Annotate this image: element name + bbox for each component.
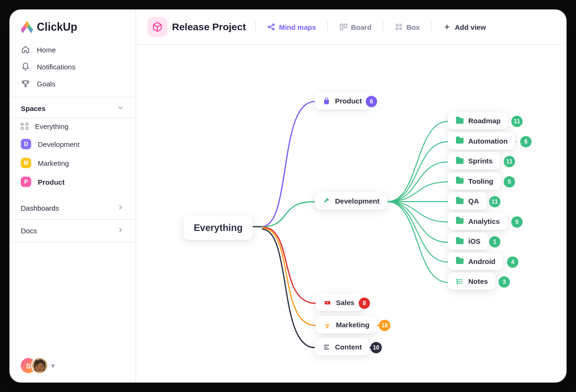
node-dev-sprints[interactable]: Sprints xyxy=(448,152,500,170)
node-dev-qa-count: 11 xyxy=(489,196,500,207)
node-marketing-label: Marketing xyxy=(336,321,370,329)
svg-point-14 xyxy=(457,283,458,284)
view-tab-box-label: Box xyxy=(406,23,420,31)
divider xyxy=(383,21,383,33)
space-product[interactable]: P Product xyxy=(9,172,136,191)
docs-section[interactable]: Docs xyxy=(9,220,136,242)
view-tab-mindmaps[interactable]: Mind maps xyxy=(262,20,320,34)
user-avatars[interactable]: S ▾ xyxy=(20,357,55,374)
node-content[interactable]: Content xyxy=(315,338,370,356)
folder-icon xyxy=(456,138,464,144)
node-dev-automation-count: 6 xyxy=(520,136,532,147)
nav-home-label: Home xyxy=(37,46,56,54)
node-dev-child-label: Automation xyxy=(468,137,507,145)
node-dev-automation[interactable]: Automation xyxy=(448,132,515,150)
node-marketing[interactable]: Marketing xyxy=(316,316,377,333)
node-dev-child-label: Android xyxy=(468,257,496,265)
everything-icon xyxy=(21,123,28,130)
folder-icon xyxy=(456,198,464,204)
svg-point-13 xyxy=(457,281,458,282)
space-marketing[interactable]: M Marketing xyxy=(9,153,136,172)
node-root-label: Everything xyxy=(194,222,242,233)
mindmap-canvas[interactable]: Everything Product 6 Development xyxy=(136,45,567,383)
svg-rect-6 xyxy=(399,24,402,26)
folder-icon xyxy=(456,239,464,244)
node-dev-analytics[interactable]: Analytics xyxy=(448,213,507,230)
list-icon xyxy=(456,278,464,285)
view-tab-box[interactable]: Box xyxy=(390,20,424,34)
spaces-header[interactable]: Spaces xyxy=(9,97,136,118)
dashboards-label: Dashboards xyxy=(21,204,59,212)
node-dev-ios[interactable]: iOS xyxy=(448,232,488,250)
node-dev-child-label: Sprints xyxy=(468,157,493,165)
space-development-label: Development xyxy=(38,140,79,148)
brand-logo[interactable]: ClickUp xyxy=(9,9,136,41)
node-dev-child-label: Notes xyxy=(468,277,488,285)
trophy-icon xyxy=(21,79,30,88)
home-icon xyxy=(21,45,30,54)
node-dev-android[interactable]: Android xyxy=(448,253,503,270)
nav-goals-label: Goals xyxy=(37,80,55,88)
node-dev-ios-count: 1 xyxy=(489,236,500,247)
svg-rect-7 xyxy=(395,27,398,30)
caret-down-icon[interactable]: ▾ xyxy=(51,361,55,370)
node-dev-tooling[interactable]: Tooling xyxy=(448,172,501,190)
space-marketing-label: Marketing xyxy=(38,159,69,167)
node-dev-child-label: Roadmap xyxy=(468,117,500,125)
svg-rect-5 xyxy=(395,24,398,26)
hammer-icon xyxy=(322,197,331,205)
view-tab-board[interactable]: Board xyxy=(335,20,376,34)
paragraph-icon xyxy=(322,343,331,351)
node-dev-qa[interactable]: QA xyxy=(448,192,487,210)
node-dev-roadmap[interactable]: Roadmap xyxy=(448,112,508,129)
folder-icon xyxy=(456,178,464,184)
node-dev-notes[interactable]: Notes xyxy=(448,273,496,290)
folder-icon xyxy=(456,158,464,164)
nav-home[interactable]: Home xyxy=(9,41,136,58)
add-view-button[interactable]: Add view xyxy=(438,20,490,34)
node-dev-analytics-count: 5 xyxy=(511,216,523,228)
divider xyxy=(431,21,431,33)
node-sales-count: 8 xyxy=(359,298,370,309)
space-badge-development: D xyxy=(21,139,31,149)
node-product[interactable]: Product xyxy=(315,92,370,110)
avatar-teammate[interactable] xyxy=(31,357,48,374)
node-development[interactable]: Development xyxy=(315,192,387,210)
space-badge-product: P xyxy=(21,177,31,187)
nav-goals[interactable]: Goals xyxy=(9,75,136,92)
divider xyxy=(327,21,328,33)
view-tab-mindmaps-label: Mind maps xyxy=(279,23,316,31)
plus-icon xyxy=(443,23,451,31)
nav-notifications[interactable]: Notifications xyxy=(9,58,136,75)
folder-icon xyxy=(456,258,464,264)
svg-point-10 xyxy=(327,302,328,303)
divider xyxy=(255,21,256,33)
node-content-label: Content xyxy=(335,343,362,351)
view-tab-board-label: Board xyxy=(351,23,371,31)
docs-label: Docs xyxy=(21,227,37,235)
svg-point-12 xyxy=(457,279,458,280)
node-dev-android-count: 4 xyxy=(507,256,518,268)
dashboards-section[interactable]: Dashboards xyxy=(9,197,136,220)
chevron-right-icon xyxy=(117,204,124,213)
project-icon[interactable] xyxy=(147,17,167,37)
sidebar: ClickUp Home Notifications Goals Spaces xyxy=(9,9,136,383)
node-dev-child-label: QA xyxy=(468,197,479,205)
folder-icon xyxy=(456,218,464,224)
space-everything-label: Everything xyxy=(35,122,69,130)
node-dev-child-label: iOS xyxy=(468,237,481,245)
svg-rect-4 xyxy=(344,24,346,28)
app-frame: ClickUp Home Notifications Goals Spaces xyxy=(9,9,567,383)
space-everything[interactable]: Everything xyxy=(9,118,136,135)
node-dev-roadmap-count: 11 xyxy=(511,116,523,127)
space-development[interactable]: D Development xyxy=(9,135,136,153)
chevron-right-icon xyxy=(117,226,124,235)
chevron-down-icon xyxy=(117,104,124,113)
board-icon xyxy=(339,23,348,31)
node-sales[interactable]: Sales xyxy=(316,294,362,311)
node-dev-sprints-count: 11 xyxy=(504,156,515,167)
project-title: Release Project xyxy=(172,21,246,33)
svg-point-11 xyxy=(327,327,328,328)
bell-icon xyxy=(21,62,30,71)
node-root[interactable]: Everything xyxy=(183,216,253,240)
